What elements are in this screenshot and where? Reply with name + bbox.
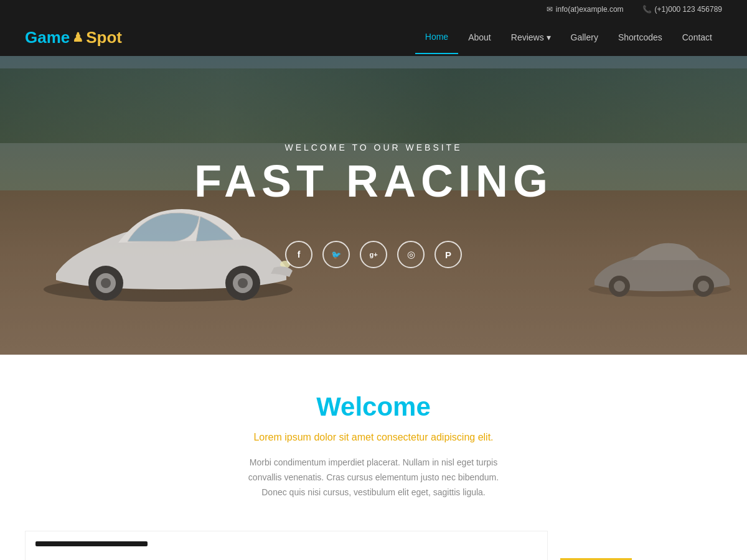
twitter-icon[interactable]: 🐦 — [322, 241, 350, 268]
nav-shortcodes[interactable]: Shortcodes — [608, 21, 672, 54]
nav-contact[interactable]: Contact — [672, 21, 722, 54]
email-info: ✉ info(at)example.com — [547, 5, 624, 14]
svg-point-12 — [614, 281, 625, 292]
tabs-container: Trending Recent Posts — [0, 525, 747, 560]
email-text: info(at)example.com — [556, 5, 624, 14]
phone-info: 📞 (+1)000 123 456789 — [642, 5, 722, 14]
logo[interactable]: Game ♟ Spot — [25, 28, 122, 47]
welcome-subtitle: Lorem ipsum dolor sit amet consectetur a… — [25, 432, 722, 443]
nav-about[interactable]: About — [458, 21, 501, 54]
nav-gallery[interactable]: Gallery — [561, 21, 608, 54]
welcome-body: Morbi condimentum imperdiet placerat. Nu… — [243, 455, 504, 500]
hero-title: FAST RACING — [194, 159, 553, 203]
instagram-icon[interactable]: ◎ — [397, 241, 425, 268]
main-nav: Home About Reviews ▾ Gallery Shortcodes … — [415, 21, 722, 54]
logo-chess-icon: ♟ — [72, 30, 83, 45]
social-bar: f 🐦 g+ ◎ P — [285, 241, 462, 268]
svg-point-6 — [101, 278, 111, 288]
car2-svg — [585, 218, 735, 299]
hero-section: WELCOME TO OUR WEBSITE FAST RACING f 🐦 g… — [0, 56, 747, 355]
facebook-icon[interactable]: f — [285, 241, 312, 268]
logo-game: Game — [25, 28, 70, 47]
content-bar — [35, 541, 148, 546]
welcome-title: Welcome — [25, 392, 722, 422]
top-bar: ✉ info(at)example.com 📞 (+1)000 123 4567… — [0, 0, 747, 19]
nav-home[interactable]: Home — [415, 21, 458, 54]
hero-subtitle: WELCOME TO OUR WEBSITE — [194, 142, 553, 152]
phone-icon: 📞 — [642, 5, 652, 14]
nav-reviews[interactable]: Reviews ▾ — [501, 21, 561, 54]
pinterest-icon[interactable]: P — [435, 241, 462, 268]
hero-content: WELCOME TO OUR WEBSITE FAST RACING — [194, 142, 553, 203]
content-area-left — [25, 531, 548, 560]
google-plus-icon[interactable]: g+ — [360, 241, 387, 268]
welcome-section: Welcome Lorem ipsum dolor sit amet conse… — [0, 355, 747, 525]
logo-spot: Spot — [86, 28, 122, 47]
header: Game ♟ Spot Home About Reviews ▾ Gallery… — [0, 19, 747, 56]
svg-point-3 — [238, 278, 248, 288]
email-icon: ✉ — [547, 5, 553, 14]
phone-text: (+1)000 123 456789 — [655, 5, 722, 14]
svg-point-10 — [698, 281, 709, 292]
